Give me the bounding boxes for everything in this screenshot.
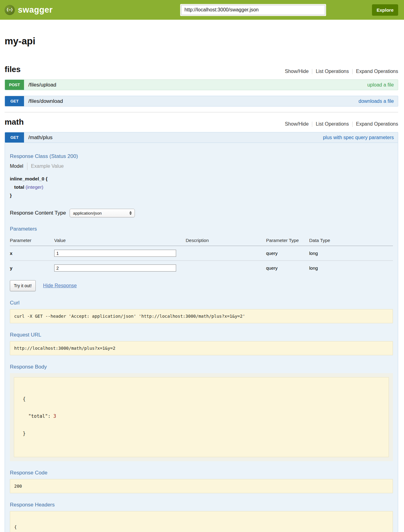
tab-example-value[interactable]: Example Value — [31, 163, 64, 169]
parameters-header-row: Parameter Value Description Parameter Ty… — [10, 235, 393, 246]
files-show-hide-link[interactable]: Show/Hide — [285, 69, 309, 74]
operation-get-math-plus: GET /math/plus plus with spec query para… — [5, 132, 398, 532]
column-header-data-type: Data Type — [309, 235, 393, 246]
top-bar: {⋯} swagger Explore — [0, 0, 404, 20]
parameters-heading: Parameters — [10, 226, 393, 232]
response-content-type-select[interactable]: application/json — [70, 209, 135, 217]
response-headers-heading: Response Headers — [10, 502, 393, 508]
response-code-heading: Response Code — [10, 470, 393, 476]
column-header-value: Value — [54, 235, 186, 246]
files-section-title: files — [5, 65, 21, 74]
parameter-type: query — [266, 261, 309, 276]
parameter-name: y — [10, 261, 54, 276]
model-property-type: (integer) — [26, 184, 43, 190]
try-it-out-row: Try it out! Hide Response — [10, 280, 393, 291]
response-content-type-label: Response Content Type — [10, 210, 66, 216]
operation-summary-link[interactable]: plus with spec query parameters — [323, 135, 394, 140]
swagger-brand-link[interactable]: {⋯} swagger — [5, 5, 53, 15]
response-body-json: { "total": 3 } — [14, 377, 389, 457]
tab-separator — [27, 163, 27, 170]
operation-path-link[interactable]: /files/upload — [28, 82, 56, 88]
get-method-badge: GET — [5, 96, 24, 106]
operation-path-link[interactable]: /files/download — [28, 98, 63, 104]
section-files: files Show/Hide List Operations Expand O… — [5, 65, 398, 107]
response-headers-block: { "date": "Wed, 22 Aug 2018 18:49:13 GMT… — [10, 511, 393, 532]
swagger-logo-glyph: {⋯} — [6, 8, 13, 12]
request-url-block: http://localhost:3000/math/plus?x=1&y=2 — [10, 341, 393, 355]
response-class-heading: Response Class (Status 200) — [10, 153, 393, 159]
files-expand-operations-link[interactable]: Expand Operations — [356, 69, 398, 74]
curl-heading: Curl — [10, 300, 393, 306]
link-separator — [352, 122, 353, 127]
json-key: "total": — [23, 413, 53, 419]
swagger-brand-text: swagger — [18, 5, 53, 15]
json-value: 3 — [53, 413, 56, 419]
section-math: math Show/Hide List Operations Expand Op… — [5, 117, 398, 532]
explore-button[interactable]: Explore — [372, 4, 398, 16]
operation-summary-link[interactable]: downloads a file — [358, 99, 394, 104]
parameter-type: query — [266, 246, 309, 261]
math-section-links: Show/Hide List Operations Expand Operati… — [285, 121, 398, 127]
operation-row-get-math-plus[interactable]: GET /math/plus plus with spec query para… — [5, 132, 398, 143]
operation-path-link[interactable]: /math/plus — [28, 135, 52, 141]
parameter-data-type: long — [309, 246, 393, 261]
response-body-heading: Response Body — [10, 364, 393, 370]
parameter-data-type: long — [309, 261, 393, 276]
parameter-row-y: y query long — [10, 261, 393, 276]
operation-content-panel: Response Class (Status 200) Model Exampl… — [5, 143, 398, 532]
model-tabs: Model Example Value — [10, 163, 393, 170]
get-method-badge: GET — [5, 132, 24, 143]
files-section-header: files Show/Hide List Operations Expand O… — [5, 65, 398, 74]
spec-url-input[interactable] — [181, 5, 325, 15]
model-open-line: inline_model_0 { — [10, 176, 393, 182]
parameter-row-x: x query long — [10, 246, 393, 261]
parameter-name: x — [10, 246, 54, 261]
page-title: my-api — [5, 36, 398, 47]
post-method-badge: POST — [5, 80, 24, 90]
response-content-type-row: Response Content Type application/json — [10, 209, 393, 217]
link-separator — [312, 122, 312, 127]
curl-command-block: curl -X GET --header 'Accept: applicatio… — [10, 309, 393, 323]
json-close-brace: } — [23, 430, 380, 437]
link-separator — [312, 69, 312, 74]
selected-content-type: application/json — [73, 211, 102, 216]
response-code-block: 200 — [10, 479, 393, 493]
column-header-parameter-type: Parameter Type — [266, 235, 309, 246]
select-arrows-icon — [129, 211, 132, 215]
swagger-logo-icon: {⋯} — [5, 5, 15, 15]
main-content: my-api files Show/Hide List Operations E… — [5, 36, 398, 532]
operation-row-get-files-download[interactable]: GET /files/download downloads a file — [5, 96, 398, 107]
column-header-parameter: Parameter — [10, 235, 54, 246]
math-section-header: math Show/Hide List Operations Expand Op… — [5, 117, 398, 127]
request-url-heading: Request URL — [10, 332, 393, 338]
response-body-container: { "total": 3 } — [10, 373, 393, 461]
math-expand-operations-link[interactable]: Expand Operations — [356, 121, 398, 127]
link-separator — [352, 69, 353, 74]
param-y-input[interactable] — [54, 264, 176, 272]
parameter-description — [186, 246, 266, 261]
math-list-operations-link[interactable]: List Operations — [316, 121, 349, 127]
json-open-brace: { — [23, 395, 380, 403]
json-total-line: "total": 3 — [23, 413, 380, 420]
section-divider — [5, 112, 398, 112]
column-header-description: Description — [186, 235, 266, 246]
param-x-input[interactable] — [54, 250, 176, 257]
response-header-line: { — [14, 525, 389, 530]
operation-summary-link[interactable]: upload a file — [367, 82, 394, 88]
try-it-out-button[interactable]: Try it out! — [10, 280, 36, 291]
model-property-line: total (integer) — [10, 184, 393, 190]
model-signature: inline_model_0 { total (integer) } — [10, 176, 393, 198]
files-list-operations-link[interactable]: List Operations — [316, 69, 349, 74]
files-section-links: Show/Hide List Operations Expand Operati… — [285, 69, 398, 74]
parameters-table: Parameter Value Description Parameter Ty… — [10, 235, 393, 275]
operation-row-post-files-upload[interactable]: POST /files/upload upload a file — [5, 79, 398, 90]
parameter-description — [186, 261, 266, 276]
model-property-name: total — [14, 184, 24, 190]
math-show-hide-link[interactable]: Show/Hide — [285, 121, 309, 127]
hide-response-link[interactable]: Hide Response — [43, 283, 77, 288]
math-section-title: math — [5, 117, 24, 127]
model-close-line: } — [10, 193, 393, 198]
tab-model[interactable]: Model — [10, 163, 23, 169]
